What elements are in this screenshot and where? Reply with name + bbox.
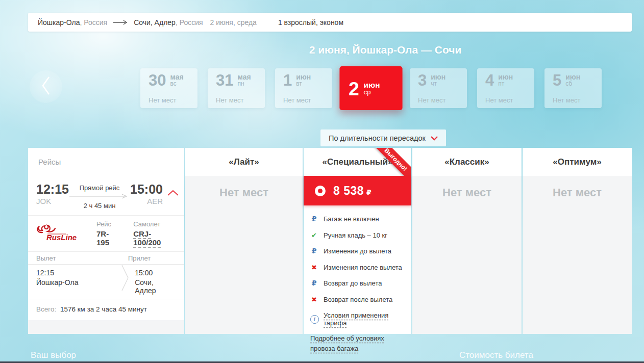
fare-condition-text: Возврат после вылета bbox=[324, 296, 392, 303]
flight-type-label: Прямой рейс bbox=[80, 184, 120, 192]
fare-condition-carryon: Ручная кладь – 10 кг bbox=[310, 231, 411, 239]
ruble-icon bbox=[310, 279, 318, 287]
route-arrival-time: 15:00 bbox=[135, 269, 176, 277]
page-title: 2 июня, Йошкар-Ола — Сочи bbox=[309, 44, 462, 56]
date-card-top: 3 июнчт bbox=[418, 73, 461, 88]
footer-your-choice-label: Ваш выбор bbox=[31, 350, 76, 360]
route-origin[interactable]: Йошкар-Ола, Россия bbox=[38, 18, 107, 27]
aircraft-link[interactable]: CRJ-100/200 bbox=[133, 229, 176, 247]
flight-total-row: Всего: 1576 км за 2 часа 45 минут bbox=[28, 299, 184, 320]
departure-label: Вылет bbox=[36, 254, 128, 262]
date-day: 1 bbox=[283, 73, 292, 88]
departure-time: 12:15 bbox=[36, 183, 69, 196]
route-chevron-icon bbox=[121, 265, 130, 299]
fare-condition-text: Изменения после вылета bbox=[324, 264, 402, 271]
tariff-conditions-link[interactable]: Условия применения тарифа bbox=[324, 312, 411, 327]
route-arrival: 15:00 Сочи, Адлер bbox=[120, 269, 184, 295]
sort-dropdown[interactable]: По длительности пересадок bbox=[320, 129, 446, 146]
date-weekday: ср bbox=[364, 89, 380, 96]
route-arrow-icon bbox=[113, 20, 128, 25]
deal-ribbon-box: Выгодно! bbox=[367, 148, 411, 176]
date-day: 5 bbox=[553, 73, 561, 88]
deal-ribbon: Выгодно! bbox=[370, 148, 411, 176]
tariff-conditions-row: i Условия применения тарифа bbox=[310, 312, 411, 327]
date-card-3-jun[interactable]: 3 июнчт Нет мест bbox=[410, 68, 467, 108]
fare-condition-change-before: Изменения до вылета bbox=[310, 247, 411, 255]
origin-city: Йошкар-Ола bbox=[38, 18, 80, 27]
total-label: Всего: bbox=[36, 305, 56, 313]
date-card-2-jun-selected[interactable]: 2 июнср bbox=[339, 66, 402, 110]
flight-duration: 2 ч 45 мин bbox=[84, 202, 116, 210]
footer-ticket-price-label: Стоимость билета bbox=[459, 350, 533, 360]
date-weekday: вс bbox=[170, 81, 183, 87]
date-day: 2 bbox=[349, 80, 359, 97]
route-details-row: 12:15 Йошкар-Ола 15:00 Сочи, Адлер bbox=[28, 264, 184, 299]
cross-icon bbox=[310, 264, 318, 271]
date-status: Нет мест bbox=[283, 96, 326, 104]
date-card-top: 1 июнвт bbox=[283, 73, 326, 88]
price-select-button[interactable]: 8 538 ₽ bbox=[304, 176, 411, 205]
baggage-conditions-link[interactable]: Подробнее об условиях провоза багажа bbox=[310, 333, 405, 354]
destination-city: Сочи, Адлер bbox=[134, 18, 176, 27]
date-weekday: сб bbox=[565, 81, 580, 87]
date-day: 30 bbox=[148, 73, 166, 88]
search-passengers[interactable]: 1 взрослый, эконом bbox=[278, 18, 343, 27]
date-day: 31 bbox=[216, 73, 233, 88]
departure-block: 12:15 JOK bbox=[36, 183, 69, 210]
route-destination[interactable]: Сочи, Адлер, Россия bbox=[134, 18, 203, 27]
flight-arrow-icon bbox=[69, 192, 130, 201]
fare-cell-optimum: Нет мест bbox=[523, 176, 632, 334]
date-card-4-jun[interactable]: 4 июнпт Нет мест bbox=[477, 68, 534, 108]
date-status: Нет мест bbox=[216, 96, 259, 104]
arrival-airport-code: AER bbox=[130, 197, 163, 205]
radio-selected-icon bbox=[315, 186, 326, 196]
fare-cell-classic: Нет мест bbox=[412, 176, 522, 334]
total-value: 1576 км за 2 часа 45 минут bbox=[60, 305, 147, 313]
chevron-left-icon bbox=[39, 74, 53, 99]
no-seats-text: Нет мест bbox=[523, 176, 632, 199]
route-departure: 12:15 Йошкар-Ола bbox=[28, 269, 120, 295]
flight-times-row: 12:15 JOK Прямой рейс 2 ч 45 мин 15:00 A… bbox=[28, 176, 184, 215]
fare-condition-baggage: Багаж не включен bbox=[310, 215, 411, 223]
fare-condition-text: Возврат до вылета bbox=[324, 279, 382, 287]
date-weekday: пт bbox=[498, 81, 513, 87]
search-date[interactable]: 2 июня, среда bbox=[210, 18, 257, 27]
column-header-optimum: «Оптимум» bbox=[523, 148, 632, 176]
fare-cell-special: 8 538 ₽ Багаж не включен Ручная кладь – … bbox=[304, 176, 411, 334]
date-card-top: 4 июнпт bbox=[485, 73, 528, 88]
flight-airline-row: RusLine Рейс 7R-195 Самолет CRJ-100/200 bbox=[28, 215, 184, 251]
flight-type-block: Прямой рейс 2 ч 45 мин bbox=[69, 183, 130, 210]
column-header-flights: Рейсы bbox=[28, 148, 184, 176]
date-month: июн bbox=[364, 81, 380, 88]
route-arrival-city: Сочи, Адлер bbox=[135, 278, 176, 295]
date-weekday: вт bbox=[296, 81, 311, 87]
date-card-31-may[interactable]: 31 маяпн Нет мест bbox=[208, 68, 265, 108]
aircraft-label: Самолет bbox=[133, 220, 176, 228]
date-card-top: 31 маяпн bbox=[216, 73, 259, 88]
date-card-5-jun[interactable]: 5 июнсб Нет мест bbox=[544, 68, 602, 108]
cross-icon bbox=[310, 296, 318, 303]
date-status: Нет мест bbox=[553, 96, 596, 104]
route-departure-city: Йошкар-Ола bbox=[36, 278, 112, 287]
arrival-label: Прилет bbox=[128, 254, 151, 262]
date-day: 4 bbox=[485, 73, 494, 88]
fare-condition-refund-after: Возврат после вылета bbox=[310, 296, 411, 303]
collapse-chevron-up-icon[interactable] bbox=[167, 189, 179, 198]
date-card-1-jun[interactable]: 1 июнвт Нет мест bbox=[275, 68, 332, 108]
fare-conditions-list: Багаж не включен Ручная кладь – 10 кг Из… bbox=[310, 215, 411, 303]
column-header-classic: «Классик» bbox=[412, 148, 522, 176]
date-status: Нет мест bbox=[485, 96, 528, 104]
flight-number-label: Рейс bbox=[96, 220, 120, 228]
carousel-prev-button[interactable] bbox=[30, 70, 62, 103]
fare-condition-text: Багаж не включен bbox=[324, 215, 379, 223]
route-departure-time: 12:15 bbox=[36, 269, 112, 277]
departure-airport-code: JOK bbox=[36, 197, 69, 205]
date-card-top: 5 июнсб bbox=[553, 73, 596, 88]
flight-number-value: 7R-195 bbox=[96, 229, 120, 247]
aircraft-block: Самолет CRJ-100/200 bbox=[133, 220, 176, 247]
route-labels-row: Вылет Прилет bbox=[28, 251, 184, 264]
date-card-top: 30 маявс bbox=[148, 73, 191, 88]
column-header-lite: «Лайт» bbox=[185, 148, 303, 176]
date-card-30-may[interactable]: 30 маявс Нет мест bbox=[140, 68, 197, 108]
fare-links-block: i Условия применения тарифа Подробнее об… bbox=[310, 312, 411, 354]
